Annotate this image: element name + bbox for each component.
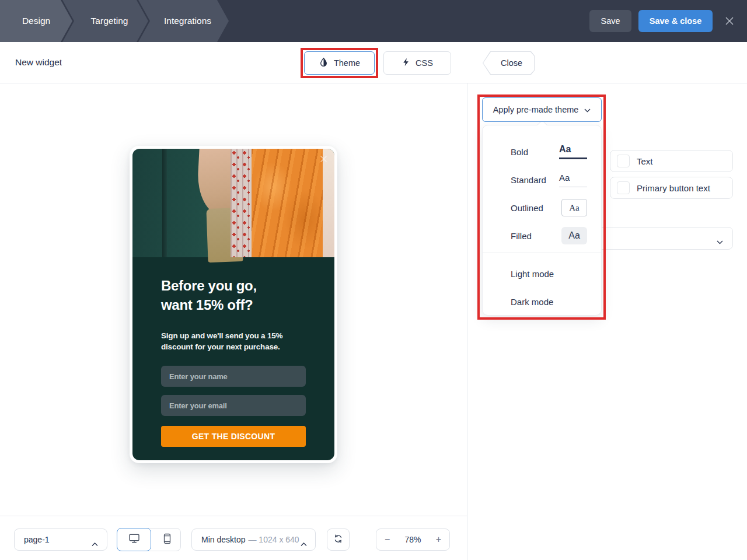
viewport-select[interactable]: Min desktop — 1024 x 640 [191, 528, 316, 551]
device-toggle-group [117, 528, 181, 551]
chevron-down-icon [717, 236, 723, 247]
zoom-out-button[interactable]: − [385, 534, 390, 545]
close-editor-icon[interactable] [724, 15, 735, 27]
panel-close-label: Close [501, 58, 522, 68]
zoom-in-button[interactable]: + [436, 534, 441, 545]
text-color-label: Text [637, 156, 653, 166]
apply-premade-theme-dropdown[interactable]: Apply pre-made theme [482, 97, 602, 122]
widget-description: Sign up and we'll send you a 15% discoun… [161, 330, 299, 352]
refresh-icon [333, 534, 343, 546]
premade-theme-menu: Bold Aa Standard Aa Outlined Aa Filled A… [482, 125, 602, 316]
page-title: New widget [15, 57, 62, 68]
filled-style-preview: Aa [561, 227, 587, 244]
tab-integrations-label: Integrations [164, 16, 211, 26]
widget-preview-card: Before you go, want 15% off? Sign up and… [130, 146, 337, 463]
chevron-up-icon [301, 538, 307, 549]
desktop-icon [128, 533, 140, 546]
tab-design[interactable]: Design [0, 0, 72, 42]
apply-premade-theme-label: Apply pre-made theme [493, 105, 579, 114]
widget-body-panel: Before you go, want 15% off? Sign up and… [132, 257, 334, 460]
widget-photo-clothes-rack [132, 149, 334, 257]
preview-canvas: Before you go, want 15% off? Sign up and… [0, 83, 467, 516]
desktop-view-button[interactable] [117, 528, 151, 551]
refresh-preview-button[interactable] [327, 528, 350, 551]
menu-item-standard[interactable]: Standard Aa [483, 166, 601, 194]
widget-close-icon[interactable] [320, 155, 327, 165]
toolbar-divider [0, 516, 467, 516]
save-button[interactable]: Save [589, 10, 631, 32]
tab-targeting-label: Targeting [91, 16, 128, 26]
bold-style-preview: Aa [559, 144, 587, 159]
menu-item-filled[interactable]: Filled Aa [483, 222, 601, 250]
mobile-view-button[interactable] [153, 528, 180, 551]
widget-heading-line2: want 15% off? [161, 295, 306, 314]
theme-button[interactable]: Theme [304, 51, 375, 75]
zoom-value: 78% [404, 535, 421, 544]
text-color-field[interactable]: Text [610, 150, 733, 172]
widget-email-input[interactable] [161, 395, 306, 416]
page-select-value: page-1 [24, 535, 50, 544]
top-bar: Design Targeting Integrations Save Save … [0, 0, 747, 42]
css-button[interactable]: CSS [383, 51, 451, 75]
outlined-style-preview: Aa [561, 199, 587, 216]
zoom-control: − 78% + [376, 528, 450, 551]
panel-divider [467, 42, 467, 560]
menu-item-dark-mode[interactable]: Dark mode [483, 288, 601, 316]
viewport-label: Min desktop [201, 535, 245, 544]
primary-button-text-color-field[interactable]: Primary button text [610, 177, 733, 199]
panel-close-button[interactable]: Close [483, 51, 535, 75]
mobile-icon [163, 533, 171, 547]
primary-button-text-color-label: Primary button text [637, 183, 710, 193]
menu-divider [483, 253, 601, 253]
menu-item-light-mode[interactable]: Light mode [483, 260, 601, 288]
page-select[interactable]: page-1 [14, 528, 107, 551]
viewport-size: — 1024 x 640 [248, 535, 299, 544]
text-color-swatch[interactable] [617, 155, 630, 167]
widget-heading-line1: Before you go, [161, 276, 306, 295]
contrast-droplet-icon [319, 57, 329, 69]
chevron-down-icon [584, 105, 591, 114]
menu-item-outlined[interactable]: Outlined Aa [483, 194, 601, 222]
lightning-icon [402, 57, 410, 69]
save-and-close-button[interactable]: Save & close [638, 10, 713, 32]
menu-item-bold[interactable]: Bold Aa [483, 138, 601, 166]
widget-submit-button[interactable]: GET THE DISCOUNT [161, 426, 306, 447]
tab-targeting[interactable]: Targeting [62, 0, 148, 42]
tab-design-label: Design [22, 16, 50, 26]
primary-button-text-color-swatch[interactable] [617, 181, 630, 194]
css-button-label: CSS [416, 58, 433, 68]
chevron-up-icon [92, 538, 98, 549]
widget-heading: Before you go, want 15% off? [161, 276, 306, 314]
theme-button-label: Theme [334, 58, 360, 68]
standard-style-preview: Aa [559, 173, 587, 187]
tab-integrations[interactable]: Integrations [138, 0, 229, 42]
widget-name-input[interactable] [161, 366, 306, 387]
